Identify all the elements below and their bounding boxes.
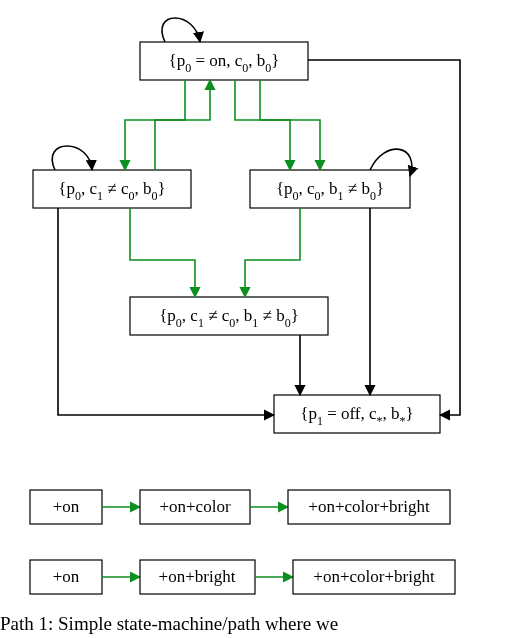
selfloop-B bbox=[52, 146, 92, 170]
edge-C-to-D bbox=[245, 208, 300, 297]
state-node-B: {p0, c1 ≠ c0, b0} bbox=[33, 170, 191, 208]
diagram-figure: {p0 = on, c0, b0} {p0, c1 ≠ c0, b0} {p0,… bbox=[0, 0, 510, 638]
edge-A-to-C-rev bbox=[235, 80, 290, 170]
path2-on-label: +on bbox=[53, 567, 80, 586]
path2-bright-label: +on+bright bbox=[159, 567, 236, 586]
state-node-C: {p0, c0, b1 ≠ b0} bbox=[250, 170, 410, 208]
path1-node-bright: +on+color+bright bbox=[288, 490, 450, 524]
path1-on-label: +on bbox=[53, 497, 80, 516]
state-node-A: {p0 = on, c0, b0} bbox=[140, 42, 308, 80]
edge-B-to-D bbox=[130, 208, 195, 297]
path1-color-label: +on+color bbox=[159, 497, 230, 516]
path2-node-bright: +on+bright bbox=[140, 560, 255, 594]
path2-node-colorbright: +on+color+bright bbox=[293, 560, 455, 594]
edge-B-to-A bbox=[155, 80, 210, 170]
path1-node-on: +on bbox=[30, 490, 102, 524]
path1-bright-label: +on+color+bright bbox=[308, 497, 430, 516]
figure-caption: Path 1: Simple state-machine/path where … bbox=[0, 613, 338, 634]
path2-node-on: +on bbox=[30, 560, 102, 594]
path1-node-color: +on+color bbox=[140, 490, 250, 524]
state-node-D: {p0, c1 ≠ c0, b1 ≠ b0} bbox=[130, 297, 328, 335]
edge-A-to-E bbox=[308, 60, 460, 415]
path2-colorbright-label: +on+color+bright bbox=[313, 567, 435, 586]
selfloop-A bbox=[162, 18, 200, 42]
state-node-E: {p1 = off, c*, b*} bbox=[274, 395, 440, 433]
